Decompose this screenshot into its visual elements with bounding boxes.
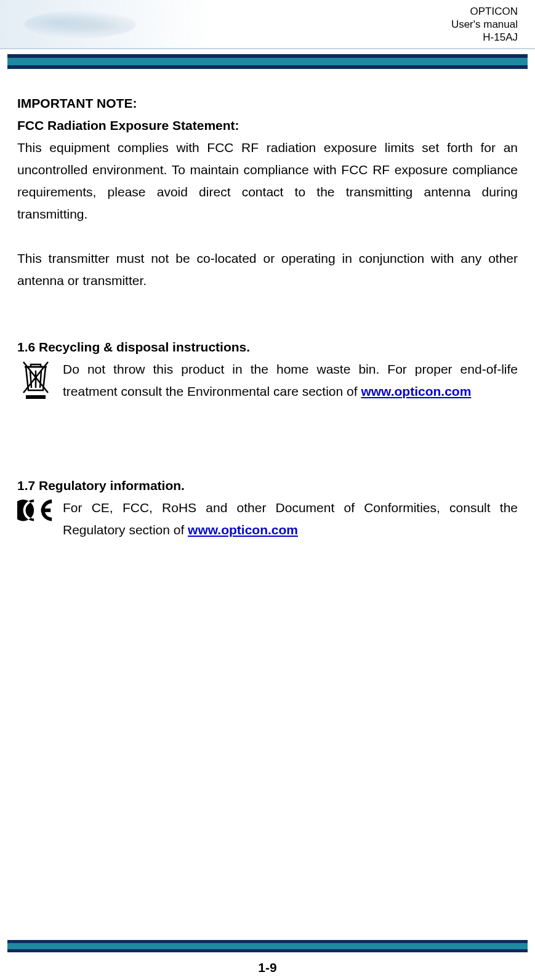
opticon-link-1[interactable]: www.opticon.com (361, 384, 471, 398)
footer-bar-mid (7, 943, 528, 949)
content-area: IMPORTANT NOTE: FCC Radiation Exposure S… (17, 92, 518, 541)
section-17-text: For CE, FCC, RoHS and other Document of … (63, 497, 518, 541)
footer-bar-bottom (7, 949, 528, 952)
header-model: H-15AJ (451, 31, 518, 44)
header-bar-mid (7, 58, 528, 65)
section-17-block: For CE, FCC, RoHS and other Document of … (17, 497, 518, 541)
header-brand: OPTICON (451, 5, 518, 18)
header-bar-bottom (7, 65, 528, 69)
header-subtitle: User's manual (451, 18, 518, 31)
section-16-text: Do not throw this product in the home wa… (63, 358, 518, 403)
important-note-label: IMPORTANT NOTE: (17, 92, 518, 114)
header-text-block: OPTICON User's manual H-15AJ (451, 5, 518, 44)
fcc-paragraph-2: This transmitter must not be co-located … (17, 247, 518, 292)
svg-rect-2 (26, 395, 46, 399)
fcc-heading: FCC Radiation Exposure Statement: (17, 114, 518, 137)
section-16-heading: 1.6 Recycling & disposal instructions. (17, 336, 518, 358)
page-number: 1-9 (0, 960, 535, 975)
ce-mark-icon (17, 497, 55, 531)
svg-rect-3 (41, 508, 51, 512)
opticon-link-2[interactable]: www.opticon.com (188, 523, 298, 537)
fcc-paragraph-1: This equipment complies with FCC RF radi… (17, 137, 518, 225)
weee-bin-icon (17, 358, 55, 408)
section-17-heading: 1.7 Regulatory information. (17, 475, 518, 497)
section-16-block: Do not throw this product in the home wa… (17, 358, 518, 408)
